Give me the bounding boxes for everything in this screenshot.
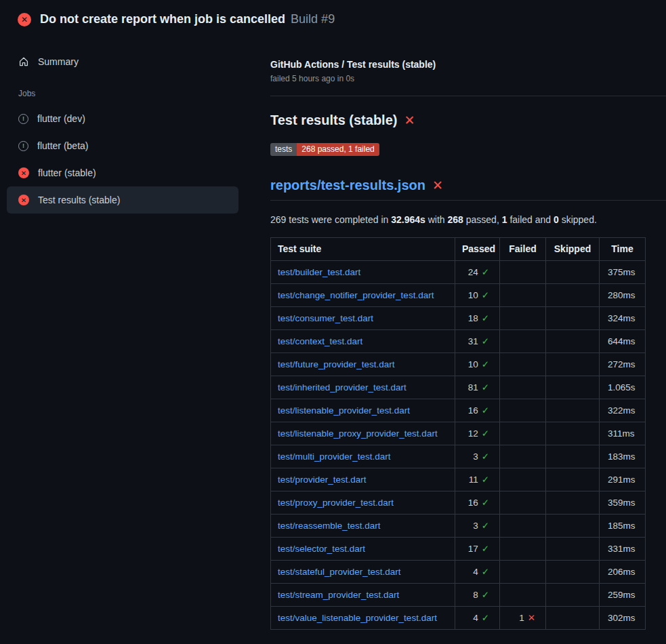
failed-status-icon: ✕ <box>18 13 31 26</box>
time-cell: 322ms <box>600 399 646 422</box>
failed-cell <box>500 422 546 445</box>
test-suite-link[interactable]: test/builder_test.dart <box>278 267 360 277</box>
table-row: test/proxy_provider_test.dart16✓359ms <box>271 491 646 515</box>
table-row: test/listenable_proxy_provider_test.dart… <box>271 422 646 445</box>
passed-cell: 16✓ <box>455 399 500 422</box>
test-suite-link[interactable]: test/listenable_provider_test.dart <box>278 405 410 416</box>
test-suite-link[interactable]: test/value_listenable_provider_test.dart <box>278 613 437 623</box>
table-row: test/stream_provider_test.dart8✓259ms <box>271 584 646 607</box>
table-row: test/consumer_test.dart18✓324ms <box>271 307 646 330</box>
section-heading: Test results (stable) ✕ <box>270 113 666 128</box>
test-suite-link[interactable]: test/reassemble_test.dart <box>278 521 381 531</box>
passed-cell-count: 11 <box>469 475 478 485</box>
passed-cell: 3✓ <box>455 515 500 538</box>
test-suite-link[interactable]: test/inherited_provider_test.dart <box>278 382 407 393</box>
failed-cell <box>500 353 546 376</box>
col-header-test-suite: Test suite <box>271 238 455 261</box>
passed-cell-count: 8 <box>473 590 478 600</box>
tests-badge: tests 268 passed, 1 failed <box>270 143 379 156</box>
time-cell: 272ms <box>600 353 646 376</box>
check-icon: ✓ <box>482 544 489 554</box>
suite-cell: test/change_notifier_provider_test.dart <box>271 284 455 307</box>
suite-cell: test/context_test.dart <box>271 330 455 353</box>
check-icon: ✓ <box>482 590 489 600</box>
test-suite-link[interactable]: test/consumer_test.dart <box>278 313 373 323</box>
passed-cell-count: 4 <box>473 567 478 577</box>
badge-label: tests <box>270 143 297 156</box>
passed-cell: 10✓ <box>455 284 500 307</box>
test-suite-link[interactable]: test/change_notifier_provider_test.dart <box>278 290 434 300</box>
col-header-passed: Passed <box>455 238 500 261</box>
section-title: Test results (stable) <box>270 113 397 128</box>
time-cell: 375ms <box>600 261 646 284</box>
time-cell: 291ms <box>600 468 646 491</box>
test-suite-link[interactable]: test/future_provider_test.dart <box>278 359 395 369</box>
skipped-cell <box>546 376 600 399</box>
passed-cell: 24✓ <box>455 261 500 284</box>
time-cell: 324ms <box>600 307 646 330</box>
test-suite-link[interactable]: test/multi_provider_test.dart <box>278 451 391 462</box>
check-icon: ✓ <box>482 405 489 416</box>
table-row: test/reassemble_test.dart3✓185ms <box>271 515 646 538</box>
report-file-link[interactable]: reports/test-results.json <box>270 178 425 193</box>
skipped-cell <box>546 515 600 538</box>
skipped-cell <box>546 422 600 445</box>
passed-cell: 17✓ <box>455 538 500 561</box>
failed-cell <box>500 307 546 330</box>
check-icon: ✓ <box>482 613 489 623</box>
table-row: test/value_listenable_provider_test.dart… <box>271 607 646 630</box>
col-header-failed: Failed <box>500 238 546 261</box>
failed-cell <box>500 399 546 422</box>
test-suite-link[interactable]: test/listenable_proxy_provider_test.dart <box>278 428 438 439</box>
sidebar-job-label: flutter (dev) <box>37 113 85 124</box>
skipped-cell <box>546 538 600 561</box>
time-cell: 644ms <box>600 330 646 353</box>
jobs-list: !flutter (dev)!flutter (beta)✕flutter (s… <box>0 105 259 214</box>
neutral-icon: ! <box>18 141 28 151</box>
sidebar-job-item[interactable]: !flutter (beta) <box>7 132 238 159</box>
table-row: test/inherited_provider_test.dart81✓1.06… <box>271 376 646 399</box>
check-icon: ✓ <box>482 428 489 439</box>
sidebar-job-item[interactable]: ✕flutter (stable) <box>7 159 238 186</box>
failed-cell <box>500 261 546 284</box>
skipped-cell <box>546 561 600 584</box>
table-row: test/future_provider_test.dart10✓272ms <box>271 353 646 376</box>
test-suite-link[interactable]: test/provider_test.dart <box>278 475 367 485</box>
passed-cell: 18✓ <box>455 307 500 330</box>
time-cell: 185ms <box>600 515 646 538</box>
skipped-cell <box>546 284 600 307</box>
test-suite-link[interactable]: test/proxy_provider_test.dart <box>278 498 394 508</box>
passed-cell-count: 18 <box>468 313 478 323</box>
summary-text: 269 tests were completed in 32.964s with… <box>270 214 666 225</box>
test-suite-link[interactable]: test/stream_provider_test.dart <box>278 590 399 600</box>
passed-cell-count: 81 <box>468 382 478 393</box>
suite-cell: test/multi_provider_test.dart <box>271 445 455 468</box>
failed-cell <box>500 561 546 584</box>
check-icon: ✓ <box>482 359 489 369</box>
test-suite-link[interactable]: test/selector_test.dart <box>278 544 365 554</box>
table-row: test/change_notifier_provider_test.dart1… <box>271 284 646 307</box>
failed-cell <box>500 515 546 538</box>
check-run-header: ✕ Do not create report when job is cance… <box>0 0 666 39</box>
time-cell: 302ms <box>600 607 646 630</box>
sidebar-item-summary[interactable]: Summary <box>7 48 238 75</box>
passed-cell-count: 10 <box>468 359 478 369</box>
check-icon: ✓ <box>482 336 489 346</box>
suite-cell: test/reassemble_test.dart <box>271 515 455 538</box>
table-row: test/selector_test.dart17✓331ms <box>271 538 646 561</box>
skipped-cell <box>546 330 600 353</box>
passed-cell-count: 17 <box>468 544 478 554</box>
sidebar-job-item[interactable]: ✕Test results (stable) <box>7 186 238 214</box>
passed-cell: 4✓ <box>455 561 500 584</box>
table-row: test/multi_provider_test.dart3✓183ms <box>271 445 646 468</box>
table-row: test/stateful_provider_test.dart4✓206ms <box>271 561 646 584</box>
main-content: GitHub Actions / Test results (stable) f… <box>259 39 666 630</box>
time-cell: 331ms <box>600 538 646 561</box>
test-suite-link[interactable]: test/stateful_provider_test.dart <box>278 567 401 577</box>
time-cell: 206ms <box>600 561 646 584</box>
cross-mark-icon: ✕ <box>432 179 443 192</box>
suite-cell: test/future_provider_test.dart <box>271 353 455 376</box>
sidebar-job-item[interactable]: !flutter (dev) <box>7 105 238 132</box>
skipped-cell <box>546 584 600 607</box>
test-suite-link[interactable]: test/context_test.dart <box>278 336 362 346</box>
